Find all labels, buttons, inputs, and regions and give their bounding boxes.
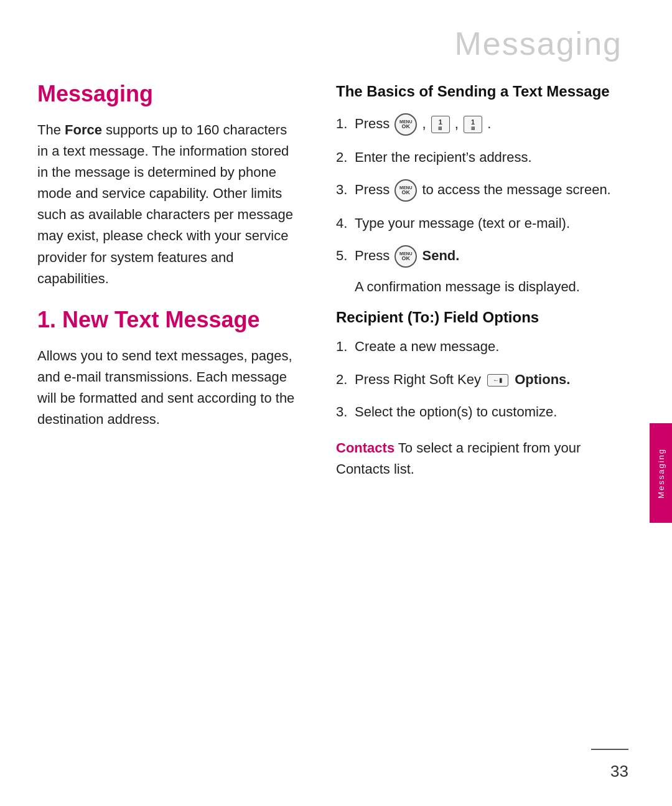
- page: Messaging Messaging Messaging The Force …: [0, 0, 672, 806]
- new-text-message-desc: Allows you to send text messages, pages,…: [37, 345, 299, 430]
- recipient-step-2: 2. Press Right Soft Key ←▮ Options.: [336, 369, 635, 390]
- header-title: Messaging: [455, 26, 622, 62]
- recipient-step-1: 1. Create a new message.: [336, 336, 635, 357]
- r-step-2-num: 2.: [336, 369, 355, 390]
- step-3-num: 3.: [336, 179, 355, 200]
- contacts-keyword: Contacts: [336, 440, 394, 456]
- step-1-num: 1.: [336, 113, 355, 134]
- r-step-1-num: 1.: [336, 336, 355, 357]
- step-3-content: Press MENU OK to access the message scre…: [355, 179, 635, 202]
- step-5-num: 5.: [336, 245, 355, 266]
- recipient-steps-list: 1. Create a new message. 2. Press Right …: [336, 336, 635, 422]
- confirmation-note: A confirmation message is displayed.: [336, 276, 635, 298]
- options-bold: Options.: [515, 372, 570, 387]
- messaging-heading: Messaging: [37, 81, 299, 107]
- page-number: 33: [610, 762, 628, 781]
- intro-paragraph: The Force supports up to 160 characters …: [37, 119, 299, 289]
- send-bold: Send.: [422, 248, 459, 263]
- r-step-3-content: Select the option(s) to customize.: [355, 401, 635, 423]
- force-bold: Force: [65, 122, 102, 138]
- side-tab-label: Messaging: [656, 448, 666, 499]
- r-step-1-content: Create a new message.: [355, 336, 635, 357]
- left-column: Messaging The Force supports up to 160 c…: [37, 81, 299, 480]
- recipient-step-3: 3. Select the option(s) to customize.: [336, 401, 635, 423]
- page-divider: [591, 749, 628, 750]
- basics-heading: The Basics of Sending a Text Message: [336, 81, 635, 102]
- step-1-content: Press MENU OK , 1 ▩ , 1: [355, 113, 635, 136]
- step-5-content: Press MENU OK Send.: [355, 245, 635, 268]
- basics-steps-list: 1. Press MENU OK , 1 ▩ ,: [336, 113, 635, 268]
- contacts-line: Contacts To select a recipient from your…: [336, 438, 635, 480]
- ok-icon-2: MENU OK: [394, 179, 417, 202]
- step-5: 5. Press MENU OK Send.: [336, 245, 635, 268]
- step-4-num: 4.: [336, 213, 355, 234]
- step-4: 4. Type your message (text or e-mail).: [336, 213, 635, 234]
- side-tab: Messaging: [650, 423, 672, 523]
- recipient-heading: Recipient (To:) Field Options: [336, 309, 635, 326]
- header: Messaging: [0, 0, 672, 81]
- step-2: 2. Enter the recipient’s address.: [336, 147, 635, 168]
- right-soft-key-icon: ←▮: [487, 374, 508, 387]
- key-1b-icon: 1 ▩: [464, 116, 482, 133]
- step-2-num: 2.: [336, 147, 355, 168]
- step-2-content: Enter the recipient’s address.: [355, 147, 635, 168]
- r-step-2-content: Press Right Soft Key ←▮ Options.: [355, 369, 635, 390]
- menu-ok-icon: MENU OK: [394, 113, 417, 136]
- key-1a-icon: 1 ▩: [431, 116, 450, 133]
- right-column: The Basics of Sending a Text Message 1. …: [336, 81, 635, 480]
- r-step-3-num: 3.: [336, 401, 355, 423]
- step-4-content: Type your message (text or e-mail).: [355, 213, 635, 234]
- main-content: Messaging The Force supports up to 160 c…: [0, 81, 672, 480]
- intro-text2: supports up to 160 characters in a text …: [37, 122, 293, 286]
- new-text-message-heading: 1. New Text Message: [37, 307, 299, 333]
- step-3: 3. Press MENU OK to access the message s…: [336, 179, 635, 202]
- step-1: 1. Press MENU OK , 1 ▩ ,: [336, 113, 635, 136]
- intro-text1: The: [37, 122, 65, 138]
- ok-icon-3: MENU OK: [394, 245, 417, 268]
